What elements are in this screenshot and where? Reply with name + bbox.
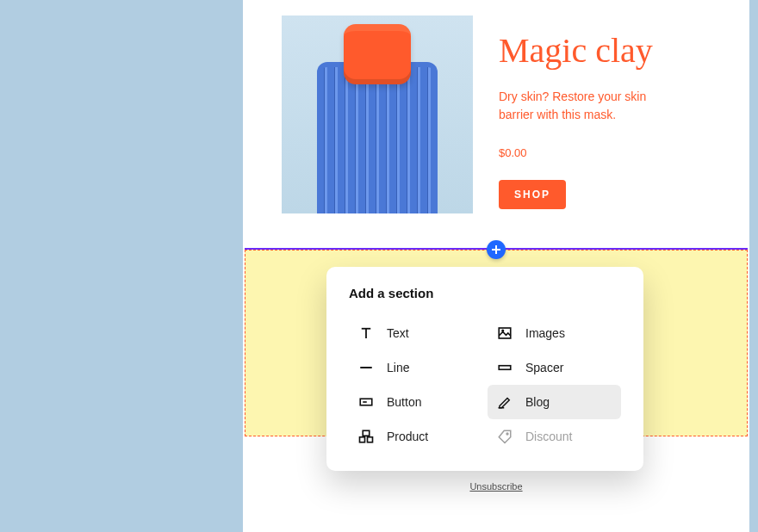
images-icon bbox=[496, 325, 513, 342]
section-option-button[interactable]: Button bbox=[349, 385, 482, 419]
button-icon bbox=[357, 393, 375, 411]
svg-rect-13 bbox=[368, 437, 373, 442]
product-image bbox=[282, 15, 473, 213]
text-icon bbox=[357, 325, 375, 342]
svg-rect-7 bbox=[499, 366, 511, 370]
product-price: $0.00 bbox=[499, 146, 711, 159]
section-option-label: Text bbox=[387, 326, 409, 340]
add-section-button[interactable] bbox=[487, 240, 506, 259]
section-option-label: Button bbox=[387, 395, 421, 409]
blog-icon bbox=[496, 393, 513, 411]
discount-icon bbox=[496, 428, 513, 445]
add-section-popover: Add a section Text Imag bbox=[326, 267, 643, 471]
section-option-images[interactable]: Images bbox=[488, 316, 621, 350]
svg-rect-11 bbox=[363, 430, 370, 436]
section-option-spacer[interactable]: Spacer bbox=[488, 350, 621, 385]
product-illustration-cap bbox=[344, 24, 411, 84]
spacer-icon bbox=[496, 359, 513, 376]
product-icon bbox=[357, 428, 375, 445]
popover-title: Add a section bbox=[349, 286, 621, 300]
unsubscribe-link[interactable]: Unsubscribe bbox=[243, 481, 749, 492]
editor-stage: Magic clay Dry skin? Restore your skin b… bbox=[0, 0, 758, 532]
product-details: Magic clay Dry skin? Restore your skin b… bbox=[499, 15, 711, 213]
section-option-label: Line bbox=[387, 361, 409, 374]
product-title: Magic clay bbox=[499, 33, 711, 69]
product-block: Magic clay Dry skin? Restore your skin b… bbox=[282, 15, 711, 213]
product-illustration-pedestal bbox=[317, 67, 438, 213]
section-option-product[interactable]: Product bbox=[349, 419, 482, 454]
section-option-label: Images bbox=[525, 326, 565, 340]
shop-button[interactable]: SHOP bbox=[499, 180, 566, 209]
svg-rect-12 bbox=[360, 437, 365, 442]
section-option-blog[interactable]: Blog bbox=[488, 385, 621, 419]
svg-point-5 bbox=[502, 330, 504, 331]
line-icon bbox=[357, 359, 375, 376]
section-option-label: Discount bbox=[525, 430, 572, 443]
section-option-line[interactable]: Line bbox=[349, 350, 482, 385]
section-option-label: Product bbox=[387, 430, 428, 443]
section-option-discount: Discount bbox=[488, 419, 621, 454]
section-option-label: Spacer bbox=[525, 361, 563, 374]
plus-icon bbox=[491, 244, 501, 255]
svg-point-14 bbox=[506, 433, 508, 435]
product-description: Dry skin? Restore your skin barrier with… bbox=[499, 88, 671, 124]
section-option-text[interactable]: Text bbox=[349, 316, 482, 350]
popover-options-grid: Text Images Line bbox=[349, 316, 621, 454]
section-option-label: Blog bbox=[525, 395, 550, 409]
